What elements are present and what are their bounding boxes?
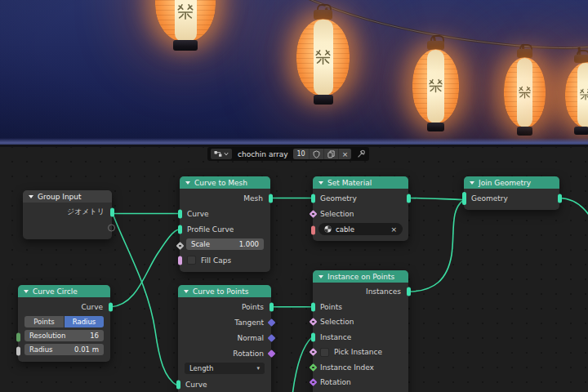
socket-radius-input[interactable]: [16, 347, 20, 356]
socket-mesh-output[interactable]: [269, 194, 273, 203]
collapse-chevron-icon[interactable]: [24, 290, 29, 293]
socket-fill-caps-input[interactable]: [178, 256, 182, 265]
node-title: Curve to Points: [193, 287, 248, 296]
node-curve-circle[interactable]: Curve Circle Curve Points Radius Resolut…: [18, 285, 110, 362]
mode-radius-button[interactable]: Radius: [65, 316, 104, 327]
input-rotation-row: Rotation: [313, 375, 408, 390]
resolution-field[interactable]: Resolution 16: [24, 330, 104, 341]
node-group-input[interactable]: Group Input ジオメトリ: [23, 190, 112, 239]
input-curve-row: Curve: [180, 206, 270, 221]
mode-dropdown[interactable]: Length ▾: [185, 363, 265, 374]
scale-field-label: Scale: [191, 240, 210, 248]
input-pick-instance-label: Pick Instance: [334, 348, 382, 356]
node-header[interactable]: Set Material: [313, 176, 408, 189]
socket-virtual[interactable]: [108, 224, 115, 231]
output-instances-label: Instances: [366, 287, 401, 296]
node-title: Curve Circle: [33, 287, 78, 296]
output-mesh-label: Mesh: [243, 194, 263, 203]
node-title: Curve to Mesh: [194, 179, 247, 187]
new-data-button[interactable]: [324, 149, 339, 159]
node-tree-name-field[interactable]: chochin array: [235, 150, 290, 158]
collapse-chevron-icon[interactable]: [318, 181, 323, 185]
shield-icon: [313, 150, 320, 158]
node-header[interactable]: Curve to Points: [178, 285, 271, 297]
radius-field[interactable]: Radius 0.01 m: [24, 344, 104, 355]
unlink-button[interactable]: ×: [339, 149, 352, 159]
node-set-material[interactable]: Set Material Geometry Selection cable ×: [313, 176, 408, 241]
node-tree-browse-button[interactable]: [211, 149, 232, 159]
input-instance-label: Instance: [320, 333, 351, 341]
output-normal-row: Normal: [178, 330, 271, 345]
node-header[interactable]: Group Input: [23, 190, 112, 203]
material-sphere-icon: [324, 225, 332, 233]
socket-points-input[interactable]: [311, 302, 315, 311]
fill-caps-label: Fill Caps: [201, 256, 231, 265]
socket-points-output[interactable]: [270, 302, 274, 311]
socket-profile-curve-input[interactable]: [178, 225, 182, 234]
node-header[interactable]: Curve Circle: [18, 285, 110, 297]
pin-button[interactable]: [354, 149, 366, 158]
socket-geometry-multi-input[interactable]: [462, 192, 466, 205]
scale-field[interactable]: Scale 1.000: [186, 238, 264, 250]
selection-label: Selection: [320, 210, 354, 218]
socket-geometry-output[interactable]: [558, 194, 562, 203]
input-profile-curve-label: Profile Curve: [187, 225, 234, 234]
pick-instance-checkbox[interactable]: [320, 348, 329, 357]
geometry-row: Geometry: [464, 190, 559, 206]
node-curve-to-mesh[interactable]: Curve to Mesh Mesh Curve Profile Curve S…: [180, 176, 270, 272]
socket-curve-input[interactable]: [178, 209, 182, 218]
fake-user-button[interactable]: [310, 149, 324, 159]
socket-geometry-output[interactable]: [110, 207, 114, 216]
scale-field-value: 1.000: [239, 240, 259, 248]
material-row: cable ×: [313, 223, 408, 235]
material-clear-button[interactable]: ×: [390, 225, 397, 234]
material-field[interactable]: cable ×: [318, 223, 403, 235]
geometry-row: Geometry: [313, 190, 408, 206]
output-geometry-row: ジオメトリ: [23, 204, 112, 220]
node-tree-icon: [214, 150, 222, 158]
socket-curve-output[interactable]: [109, 302, 113, 311]
geometry-label: Geometry: [320, 194, 357, 203]
socket-instance-input[interactable]: [311, 332, 315, 341]
3d-viewport[interactable]: [0, 0, 588, 147]
fill-caps-checkbox[interactable]: [187, 256, 196, 265]
node-title: Join Geometry: [479, 179, 531, 187]
output-normal-label: Normal: [237, 334, 264, 342]
collapse-chevron-icon[interactable]: [185, 181, 190, 185]
input-points-row: Points: [313, 300, 408, 315]
socket-geometry-input[interactable]: [311, 194, 315, 203]
socket-curve-input[interactable]: [176, 380, 180, 389]
mode-points-button[interactable]: Points: [24, 316, 64, 327]
socket-geometry-output[interactable]: [407, 194, 411, 203]
output-curve-label: Curve: [81, 303, 103, 311]
input-curve-row: Curve: [178, 376, 271, 392]
blender-window: chochin array 10 ×: [0, 0, 588, 392]
node-curve-to-points[interactable]: Curve to Points Points Tangent Normal Ro…: [178, 285, 271, 392]
input-selection-label: Selection: [320, 318, 354, 326]
radius-field-value: 0.01 m: [74, 345, 99, 354]
horizon-glow: [0, 138, 588, 145]
input-instance-index-row: Instance Index: [313, 360, 408, 376]
users-count-button[interactable]: 10: [293, 149, 309, 159]
node-header[interactable]: Instance on Points: [313, 270, 408, 283]
input-instance-row: Instance: [313, 330, 408, 345]
socket-instances-output[interactable]: [407, 287, 411, 296]
output-mesh-row: Mesh: [180, 190, 270, 206]
radius-field-label: Radius: [29, 345, 53, 354]
id-actions: 10 ×: [293, 149, 351, 159]
collapse-chevron-icon[interactable]: [318, 275, 323, 278]
node-title: Set Material: [327, 179, 372, 187]
node-header[interactable]: Curve to Mesh: [180, 176, 270, 189]
node-header[interactable]: Join Geometry: [464, 176, 559, 189]
input-curve-label: Curve: [185, 381, 207, 389]
collapse-chevron-icon[interactable]: [184, 290, 189, 293]
socket-material-input[interactable]: [311, 226, 315, 235]
socket-resolution-input[interactable]: [16, 333, 20, 342]
node-instance-on-points[interactable]: Instance on Points Instances Points Sele…: [313, 270, 408, 392]
collapse-chevron-icon[interactable]: [29, 195, 33, 198]
input-profile-curve-row: Profile Curve: [180, 221, 270, 237]
output-points-row: Points: [178, 299, 271, 314]
collapse-chevron-icon[interactable]: [470, 181, 474, 185]
node-join-geometry[interactable]: Join Geometry Geometry: [464, 176, 559, 210]
copy-icon: [327, 150, 335, 158]
